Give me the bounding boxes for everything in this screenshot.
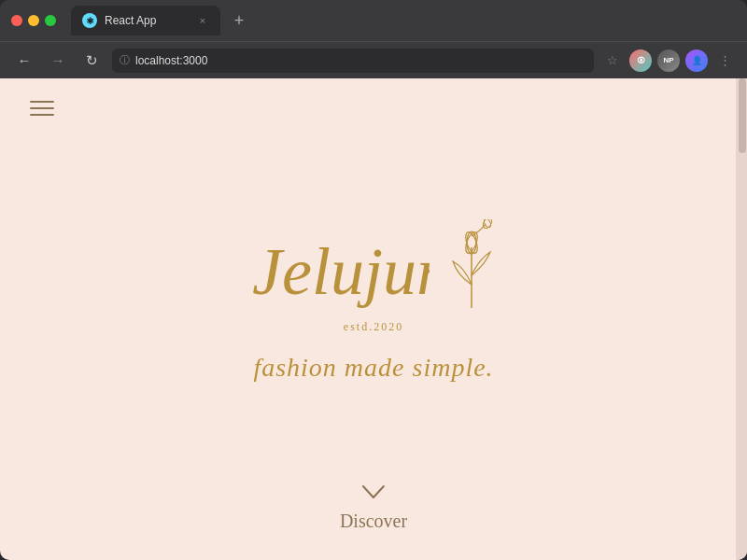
color-wheel-icon[interactable]: ⦿ <box>629 49 652 72</box>
hamburger-line-2 <box>30 107 54 109</box>
address-bar[interactable]: ⓘ localhost:3000 <box>112 49 594 73</box>
back-button[interactable]: ← <box>11 48 37 74</box>
svg-point-5 <box>482 219 494 230</box>
tab-bar: ⚛ React App × + <box>71 6 736 35</box>
url-text: localhost:3000 <box>135 54 207 67</box>
logo-area: Jelujur <box>243 219 504 334</box>
title-bar: ⚛ React App × + <box>0 0 747 41</box>
hamburger-menu[interactable] <box>30 101 54 116</box>
logo-container: Jelujur <box>243 219 504 313</box>
navigation-bar: ← → ↻ ⓘ localhost:3000 ☆ ⦿ NP 👤 ⋮ <box>0 41 747 78</box>
tab-close-button[interactable]: × <box>196 14 209 27</box>
logo-svg: Jelujur <box>243 219 430 313</box>
nav-extras: ☆ ⦿ NP 👤 ⋮ <box>601 49 736 72</box>
more-options-button[interactable]: ⋮ <box>713 49 736 72</box>
hamburger-line-1 <box>30 101 54 103</box>
profile-avatar[interactable]: 👤 <box>685 49 708 72</box>
webpage-content: Jelujur <box>0 78 747 560</box>
new-tab-button[interactable]: + <box>226 7 252 34</box>
tagline: fashion made simple. <box>253 353 493 383</box>
discover-section[interactable]: Discover <box>340 483 407 532</box>
security-icon: ⓘ <box>120 53 130 67</box>
close-button[interactable] <box>11 15 22 26</box>
forward-button[interactable]: → <box>45 48 71 74</box>
active-tab[interactable]: ⚛ React App × <box>71 6 220 35</box>
svg-text:Jelujur: Jelujur <box>252 234 430 309</box>
chevron-down-icon[interactable] <box>359 483 388 505</box>
scrollbar-thumb[interactable] <box>739 78 746 153</box>
maximize-button[interactable] <box>45 15 56 26</box>
minimize-button[interactable] <box>28 15 39 26</box>
tab-favicon: ⚛ <box>82 13 97 28</box>
tab-title: React App <box>105 14 156 27</box>
reload-button[interactable]: ↻ <box>78 48 105 74</box>
discover-label[interactable]: Discover <box>340 511 407 532</box>
hamburger-line-3 <box>30 114 54 116</box>
user-avatar[interactable]: NP <box>657 49 680 72</box>
scrollbar[interactable] <box>736 78 747 560</box>
flower-icon <box>439 219 504 313</box>
estd-text: estd.2020 <box>344 320 403 334</box>
traffic-lights <box>11 15 56 26</box>
bookmark-button[interactable]: ☆ <box>601 49 624 72</box>
